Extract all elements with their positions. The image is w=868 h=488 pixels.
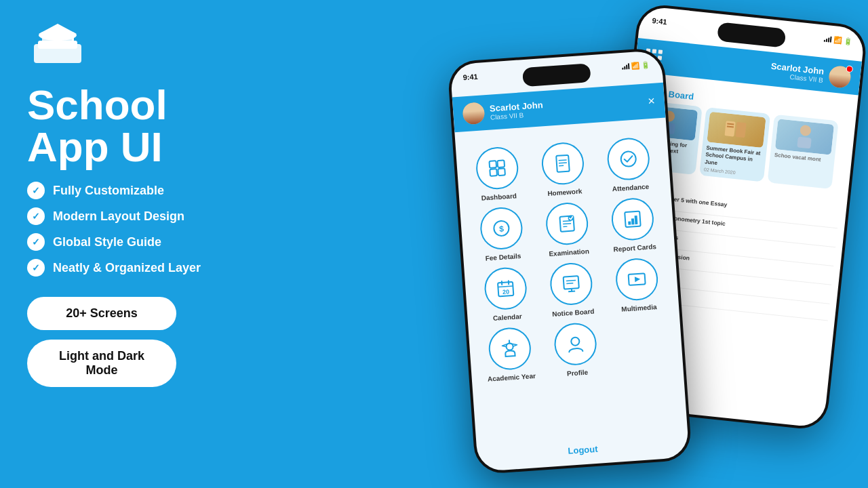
svg-rect-32 [628, 222, 631, 225]
attendance-label: Attendance [612, 183, 649, 193]
svg-point-13 [800, 124, 812, 136]
back-header-user: Scarlot John Class VII B [770, 59, 852, 89]
menu-item-homework[interactable]: Homework [531, 140, 595, 198]
check-icon-3 [27, 233, 45, 251]
phone-front-notch [522, 63, 591, 87]
examination-icon [545, 201, 589, 246]
feature-item-2: Modern Layout Design [27, 207, 258, 225]
noticeboard-icon [549, 262, 593, 306]
svg-point-6 [71, 41, 76, 46]
logo-area [27, 20, 258, 70]
svg-rect-40 [564, 276, 579, 289]
wifi-icon: 📶 [833, 36, 842, 44]
svg-line-44 [568, 291, 575, 292]
front-header-user: Scarlot John Class VII B [462, 98, 544, 125]
phone-front-header: Scarlot John Class VII B × [452, 83, 666, 133]
signal-icons: 📶 🔋 [824, 35, 852, 45]
notice-card-img-3 [775, 119, 834, 155]
logout-button[interactable]: Logout [477, 437, 688, 462]
svg-rect-34 [635, 216, 638, 224]
homework-label: Homework [547, 187, 583, 197]
menu-item-attendance[interactable]: Attendance [597, 136, 661, 194]
check-icon-2 [27, 207, 45, 225]
buttons-row: 20+ Screens Light and Dark Mode [27, 297, 176, 387]
notification-badge [846, 65, 853, 73]
svg-rect-19 [556, 155, 570, 172]
svg-rect-15 [489, 161, 496, 168]
report-icon [610, 197, 655, 241]
phone-back-notch [717, 22, 786, 47]
feature-item-1: Fully Customizable [27, 182, 258, 199]
phone-front-screen: 9:41 📶 🔋 [450, 50, 689, 472]
svg-text:$: $ [498, 224, 504, 234]
dashboard-label: Dashboard [481, 192, 517, 202]
homework-icon [540, 141, 585, 186]
multimedia-label: Multimedia [621, 303, 657, 313]
svg-point-23 [620, 151, 636, 167]
front-avatar [462, 102, 485, 125]
menu-item-multimedia[interactable]: Multimedia [606, 256, 670, 314]
menu-item-profile[interactable]: Profile [544, 321, 608, 379]
check-icon-4 [27, 259, 45, 277]
notice-card-3[interactable]: Schoo vacat mont [768, 115, 839, 190]
svg-line-42 [566, 283, 573, 284]
report-label: Report Cards [613, 243, 656, 253]
svg-rect-16 [497, 160, 505, 167]
noticeboard-label: Notice Board [552, 308, 595, 318]
check-icon-1 [27, 182, 45, 199]
phone-front: 9:41 📶 🔋 [447, 47, 692, 475]
back-avatar-container [828, 65, 852, 89]
academic-label: Academic Year [488, 372, 536, 383]
person-illustration-2 [786, 121, 823, 152]
academic-icon [487, 326, 532, 371]
fee-label: Fee Details [485, 252, 521, 262]
svg-rect-10 [735, 121, 746, 137]
svg-line-20 [559, 160, 567, 161]
menu-item-noticeboard[interactable]: Notice Board [540, 261, 604, 319]
fee-icon: $ [479, 206, 524, 251]
svg-text:20: 20 [502, 288, 509, 296]
svg-line-36 [498, 286, 513, 287]
menu-item-fee[interactable]: $ Fee Details [469, 205, 534, 263]
dashboard-icon [475, 146, 519, 190]
left-section: School App UI Fully Customizable Modern … [27, 20, 258, 387]
signal-bar-icon [824, 35, 832, 43]
attendance-icon [606, 136, 651, 181]
menu-item-dashboard[interactable]: Dashboard [465, 145, 530, 203]
front-wifi-icon: 📶 [631, 62, 640, 70]
close-button[interactable]: × [648, 94, 656, 108]
phone-back-time: 9:41 [652, 16, 667, 26]
screens-button[interactable]: 20+ Screens [27, 297, 176, 330]
notice-card-2[interactable]: Summer Book Fair at School Campus in Jun… [699, 107, 770, 182]
notice-card-img-2 [707, 112, 766, 148]
svg-line-21 [559, 163, 567, 163]
svg-marker-46 [635, 277, 641, 283]
svg-rect-9 [724, 121, 735, 136]
feature-item-4: Neatly & Organized Layer [27, 259, 258, 277]
main-title: School App UI [27, 84, 258, 168]
feature-item-3: Global Style Guide [27, 233, 258, 251]
svg-line-41 [566, 280, 576, 281]
svg-rect-17 [490, 169, 497, 176]
multimedia-icon [614, 257, 659, 302]
book-illustration [718, 115, 755, 145]
front-battery-icon: 🔋 [642, 61, 650, 69]
menu-item-report[interactable]: Report Cards [601, 196, 666, 253]
school-logo-icon [27, 20, 88, 68]
phones-area: 9:41 📶 🔋 [339, 0, 868, 488]
front-signal-bar [622, 62, 630, 70]
calendar-icon: 20 [483, 266, 528, 311]
menu-item-examination[interactable]: Examination [535, 201, 599, 258]
examination-label: Examination [549, 247, 589, 258]
svg-line-28 [563, 224, 571, 224]
menu-item-calendar[interactable]: 20 Calendar [474, 266, 538, 323]
svg-point-48 [571, 337, 580, 346]
battery-icon: 🔋 [844, 37, 852, 45]
menu-grid: Dashboard Homework [455, 125, 686, 432]
phone-front-time: 9:41 [462, 73, 478, 82]
menu-item-academic[interactable]: Academic Year [478, 325, 542, 383]
front-signal-icons: 📶 🔋 [622, 61, 650, 70]
svg-line-27 [563, 221, 571, 222]
features-list: Fully Customizable Modern Layout Design … [27, 182, 258, 277]
light-dark-button[interactable]: Light and Dark Mode [27, 340, 176, 387]
